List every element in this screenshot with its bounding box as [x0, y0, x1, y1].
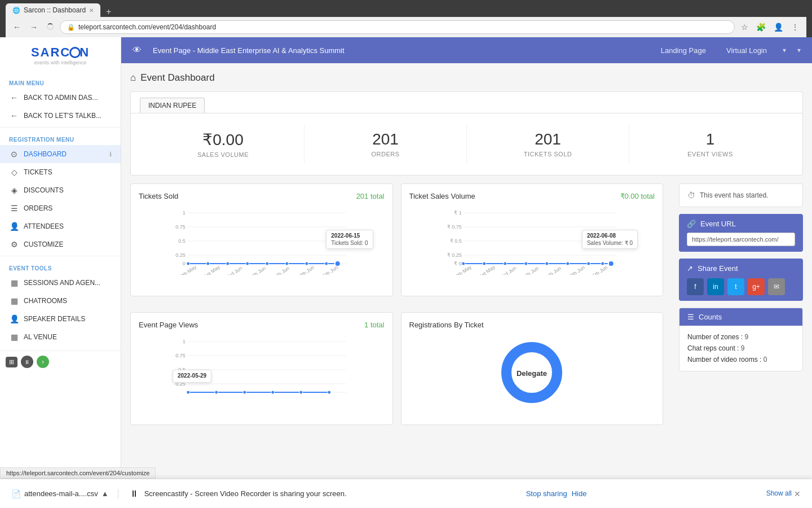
indian-rupee-tab[interactable]: INDIAN RUPEE: [140, 98, 205, 113]
orders-value: 201: [310, 130, 461, 148]
donut-container: Delegate: [409, 336, 655, 409]
svg-text:12th Jun: 12th Jun: [567, 265, 586, 275]
extensions-button[interactable]: 🧩: [753, 21, 769, 33]
back-admin-label: BACK TO ADMIN DAS...: [24, 94, 112, 102]
sidebar-item-attendees[interactable]: 👤 ATTENDEES: [0, 217, 121, 235]
stats-card: INDIAN RUPEE ₹0.00 SALES VOLUME 201 ORDE…: [130, 91, 803, 176]
svg-point-61: [187, 391, 190, 394]
back-arrow-icon: ←: [9, 93, 19, 102]
discounts-label: DISCOUNTS: [24, 186, 112, 194]
reload-button[interactable]: [44, 21, 56, 33]
sidebar-item-speaker[interactable]: 👤 SPEAKER DETAILS: [0, 310, 121, 328]
landing-page-link[interactable]: Landing Page: [656, 44, 710, 57]
sales-volume-label: SALES VOLUME: [148, 151, 298, 158]
stop-sharing-button[interactable]: Stop sharing: [526, 489, 567, 498]
event-views-chart: Event Page Views 1 total: [130, 312, 393, 425]
new-tab-button[interactable]: +: [103, 7, 114, 17]
event-views-svg-area: 1 0.75 0.5 0.25: [139, 336, 385, 409]
delegate-text: Delegate: [517, 369, 547, 378]
linkedin-share-button[interactable]: in: [707, 278, 724, 295]
customize-icon: ⚙: [9, 240, 19, 249]
email-share-button[interactable]: ✉: [768, 278, 785, 295]
link-icon: 🔗: [687, 220, 696, 228]
svg-point-12: [226, 262, 230, 265]
dashboard-info-icon[interactable]: ℹ: [109, 151, 112, 158]
browser-tabs: 🌐 Sarcon :: Dashboard ✕ +: [6, 3, 806, 17]
event-url-input[interactable]: [687, 233, 795, 246]
chatrooms-label: CHATROOMS: [24, 297, 112, 305]
speaker-label: SPEAKER DETAILS: [24, 315, 112, 323]
tickets-sold-title: Tickets Sold: [139, 192, 178, 200]
sidebar-item-back-admin[interactable]: ← BACK TO ADMIN DAS...: [0, 89, 121, 107]
show-all-link[interactable]: Show all: [766, 489, 792, 498]
svg-text:1: 1: [183, 210, 186, 216]
event-url-title-row: 🔗 Event URL: [687, 220, 795, 228]
dashboard-area: ⌂ Event Dashboard INDIAN RUPEE ₹0.00 SAL…: [121, 63, 812, 506]
event-views-value: 1: [635, 130, 785, 148]
sidebar-item-tickets[interactable]: ◇ TICKETS: [0, 163, 121, 181]
main-menu-label: MAIN MENU: [0, 73, 121, 89]
forward-button[interactable]: →: [27, 21, 41, 33]
screen-share-icon: ⏸: [130, 489, 139, 499]
svg-text:12th Jun: 12th Jun: [296, 265, 315, 275]
svg-text:0.5: 0.5: [178, 238, 186, 244]
tab-favicon: 🌐: [12, 7, 20, 14]
svg-point-38: [503, 262, 506, 265]
address-bar[interactable]: 🔒 teleport.sarcontech.com/event/204/dash…: [60, 20, 735, 34]
count-chat-reps: Chat reps count : 9: [687, 343, 795, 354]
event-tools-label: EVENT TOOLS: [0, 259, 121, 274]
close-tab-button[interactable]: ✕: [89, 7, 94, 14]
profile-button[interactable]: 👤: [771, 21, 786, 33]
svg-point-62: [215, 391, 218, 394]
nav-arrow-1[interactable]: ▾: [783, 46, 786, 54]
forward-nav-button[interactable]: ›: [37, 356, 49, 368]
nav-arrow-2[interactable]: ▾: [797, 46, 801, 54]
pause-button[interactable]: ⏸: [21, 356, 33, 368]
close-screencast-button[interactable]: ✕: [794, 489, 801, 498]
lock-icon: 🔒: [67, 24, 75, 31]
virtual-login-link[interactable]: Virtual Login: [722, 44, 771, 57]
sidebar-item-discounts[interactable]: ◈ DISCOUNTS: [0, 181, 121, 199]
googleplus-share-button[interactable]: g+: [748, 278, 765, 295]
sidebar-item-venue[interactable]: ▦ AL VENUE: [0, 328, 121, 346]
ticket-sales-chart: Ticket Sales Volume ₹0.00 total: [401, 183, 664, 296]
event-started-text: This event has started.: [700, 191, 768, 199]
event-views-title: Event Page Views: [139, 321, 198, 329]
sidebar-item-orders[interactable]: ☰ ORDERS: [0, 199, 121, 217]
more-button[interactable]: ⋮: [788, 21, 802, 33]
ticket-sales-svg-area: ₹ 1 ₹ 0.75 ₹ 0.5 ₹ 0.25 ₹ 0: [409, 207, 655, 281]
tickets-sold-chart: Tickets Sold 201 total: [130, 183, 393, 296]
twitter-share-button[interactable]: t: [727, 278, 744, 295]
browser-actions: ☆ 🧩 👤 ⋮: [738, 21, 802, 33]
customize-label: CUSTOMIZE: [24, 240, 112, 248]
hide-button[interactable]: Hide: [572, 489, 587, 498]
count-video-rooms: Number of video rooms : 0: [687, 354, 795, 365]
sidebar-bottom-button[interactable]: ⊞: [6, 357, 17, 367]
sidebar-item-back-lets[interactable]: ← BACK TO LET'S TALKB...: [0, 107, 121, 125]
venue-label: AL VENUE: [24, 333, 112, 341]
event-views-label: EVENT VIEWS: [635, 151, 785, 157]
sidebar-item-chatrooms[interactable]: ▦ CHATROOMS: [0, 292, 121, 310]
facebook-share-button[interactable]: f: [687, 278, 704, 295]
svg-text:15th Jun: 15th Jun: [589, 265, 608, 275]
back-button[interactable]: ←: [10, 21, 24, 33]
sidebar-item-sessions[interactable]: ▦ SESSIONS AND AGEN...: [0, 274, 121, 292]
views-tooltip: 2022-05-29: [173, 370, 211, 383]
sessions-label: SESSIONS AND AGEN...: [24, 279, 112, 287]
bookmark-button[interactable]: ☆: [738, 21, 751, 33]
svg-point-36: [461, 262, 465, 265]
tickets-sold-header: Tickets Sold 201 total: [139, 192, 385, 200]
share-icon: ↗: [687, 264, 693, 273]
tickets-label: TICKETS: [24, 168, 112, 176]
tickets-tooltip: 2022-06-15 Tickets Sold: 0: [326, 230, 373, 249]
sidebar-item-dashboard[interactable]: ⊙ DASHBOARD ℹ: [0, 145, 121, 163]
active-tab[interactable]: 🌐 Sarcon :: Dashboard ✕: [6, 3, 100, 17]
dashboard-title: ⌂ Event Dashboard: [130, 72, 803, 84]
svg-point-15: [285, 262, 289, 265]
divider-2: [0, 256, 121, 256]
svg-point-64: [271, 391, 275, 394]
registrations-chart: Registrations By Ticket Delegate: [401, 312, 664, 425]
orders-icon: ☰: [9, 204, 19, 213]
donut-chart: Delegate: [498, 339, 566, 406]
sidebar-item-customize[interactable]: ⚙ CUSTOMIZE: [0, 235, 121, 253]
